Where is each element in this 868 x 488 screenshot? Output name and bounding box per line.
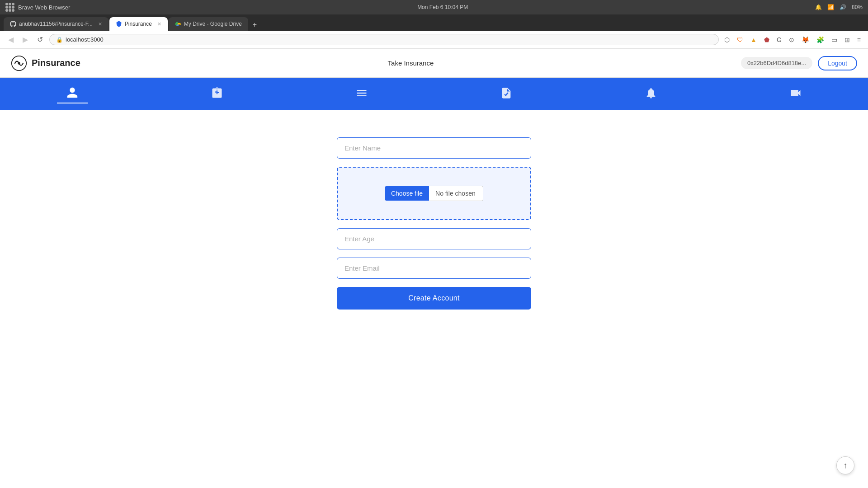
blue-nav [0,78,868,110]
nav-item-add[interactable] [202,85,232,103]
app-name: Pinsurance [32,58,80,68]
file-chosen-label: No file chosen [429,186,483,201]
tab-pinsurance[interactable]: Pinsurance ✕ [109,17,168,31]
name-input[interactable] [337,137,531,159]
address-bar: ◀ ▶ ↺ 🔒 localhost:3000 ⬡ 🛡 ▲ ⬟ G ⊙ 🦊 🧩 ▭… [0,31,868,49]
menu-icon[interactable]: ≡ [855,35,863,44]
translate-icon[interactable]: G [775,35,783,44]
form-container: Choose file No file chosen Create Accoun… [337,137,531,310]
list-icon [355,87,368,101]
nav-item-video[interactable] [780,85,811,103]
brave-wallet-icon[interactable]: ⬟ [762,35,771,44]
address-input-container[interactable]: 🔒 localhost:3000 [49,34,719,45]
pinsurance-favicon [116,21,122,27]
forward-button[interactable]: ▶ [20,34,31,45]
file-upload-area: Choose file No file chosen [337,167,531,220]
nav-item-list[interactable] [346,85,377,103]
app-header-right: 0x22b6Dd4D6d818e... Logout [741,56,857,70]
wallet-address: 0x22b6Dd4D6d818e... [741,57,812,69]
drive-favicon [175,21,181,27]
nav-item-person[interactable] [57,84,88,103]
back-button[interactable]: ◀ [5,34,16,45]
nav-item-bell[interactable] [636,85,666,103]
share-icon[interactable]: ⬡ [722,35,731,44]
tab-pinsurance-label: Pinsurance [125,21,152,27]
browser-name: Brave Web Browser [18,4,70,11]
new-tab-button[interactable]: + [249,19,260,31]
app-header: Pinsurance Take Insurance 0x22b6Dd4D6d81… [0,49,868,78]
verified-doc-icon [500,87,513,101]
brave-shield-icon[interactable]: 🛡 [735,35,745,44]
tab-pinsurance-close[interactable]: ✕ [157,21,161,27]
logout-button[interactable]: Logout [818,56,857,70]
titlebar-left: Brave Web Browser [5,3,70,12]
nav-item-check-doc[interactable] [491,85,522,103]
github-favicon [10,21,16,27]
tab-github[interactable]: anubhav11156/Pinsurance-F... ✕ [4,17,108,31]
app-menu-icon[interactable] [5,3,14,12]
extension-icon[interactable]: 🧩 [815,35,826,44]
tab-drive-label: My Drive - Google Drive [184,21,242,27]
lock-icon: 🔒 [56,37,63,43]
titlebar-datetime: Mon Feb 6 10:04 PM [417,4,468,10]
titlebar-right: 🔔 📶 🔊 80% [815,4,863,10]
nav-center-label: Take Insurance [388,59,434,67]
person-icon [66,86,79,101]
reload-button[interactable]: ↺ [34,34,46,45]
tab-github-label: anubhav11156/Pinsurance-F... [19,21,93,27]
choose-file-button[interactable]: Choose file [385,186,429,201]
browser-titlebar: Brave Web Browser Mon Feb 6 10:04 PM 🔔 📶… [0,0,868,14]
tab-github-close[interactable]: ✕ [98,21,102,27]
tab-drive[interactable]: My Drive - Google Drive [169,17,248,31]
file-input-wrapper: Choose file No file chosen [385,186,483,201]
scroll-top-button[interactable]: ↑ [836,456,854,474]
notification-icon: 🔔 [815,4,822,10]
email-input[interactable] [337,258,531,279]
fox-icon[interactable]: 🦊 [800,35,811,44]
page-content: Pinsurance Take Insurance 0x22b6Dd4D6d81… [0,49,868,488]
tabs-bar: anubhav11156/Pinsurance-F... ✕ Pinsuranc… [0,14,868,31]
wifi-icon: 📶 [827,4,834,10]
volume-icon: 🔊 [840,4,846,10]
browser-chrome: Brave Web Browser Mon Feb 6 10:04 PM 🔔 📶… [0,0,868,49]
svg-point-1 [18,62,20,64]
app-logo: Pinsurance [11,55,80,71]
profile-icon[interactable]: ⊙ [787,35,796,44]
create-account-button[interactable]: Create Account [337,287,531,310]
form-wrapper: Choose file No file chosen Create Accoun… [0,110,868,328]
add-document-icon [211,87,223,101]
toolbar-right: ⬡ 🛡 ▲ ⬟ G ⊙ 🦊 🧩 ▭ ⊞ ≡ [722,35,863,44]
battery-label: 80% [852,4,863,10]
address-text: localhost:3000 [66,36,712,43]
bell-icon [645,87,657,101]
video-icon [789,87,802,101]
age-input[interactable] [337,228,531,249]
sidebar-toggle-icon[interactable]: ⊞ [843,35,852,44]
cast-icon[interactable]: ▭ [830,35,839,44]
logo-icon [11,55,27,71]
brave-rewards-icon[interactable]: ▲ [749,35,759,44]
